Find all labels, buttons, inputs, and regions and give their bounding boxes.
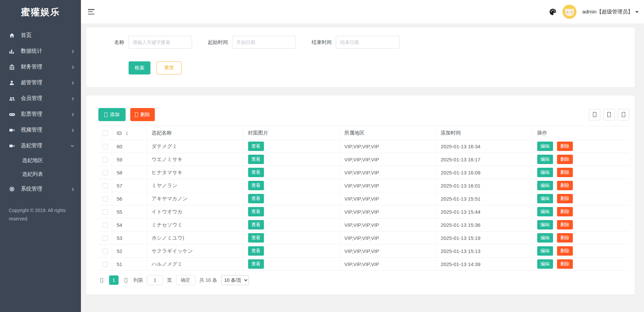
start-time-label: 起始时间 [208,39,228,46]
row-checkbox[interactable] [102,170,108,175]
sidebar-item-finance[interactable]: 财务管理 [0,59,81,75]
sidebar-item-statistics[interactable]: 数据统计 [0,43,81,59]
delete-selected-button[interactable]: 删除 [130,108,155,121]
select-all-checkbox[interactable] [102,131,108,136]
sidebar-item-members[interactable]: 会员管理 [0,91,81,106]
view-button[interactable]: 查看 [248,194,264,203]
edit-button[interactable]: 编辑 [537,194,553,203]
view-button[interactable]: 查看 [248,168,264,177]
goto-page-input[interactable] [147,275,163,285]
sort-icon[interactable] [126,132,128,136]
edit-button[interactable]: 编辑 [537,233,553,243]
edit-button[interactable]: 编辑 [537,207,553,216]
cell-name: イトウオウカ [147,205,243,218]
start-date-input[interactable] [232,36,296,49]
search-actions: 检索 重置 [129,61,625,74]
row-checkbox[interactable] [102,249,108,254]
placeholder-glyph-icon [125,278,127,282]
view-button[interactable]: 查看 [248,220,264,229]
edit-button[interactable]: 编辑 [537,142,553,151]
delete-button[interactable]: 删除 [557,142,573,151]
row-checkbox[interactable] [102,157,108,162]
edit-button[interactable]: 编辑 [537,259,553,269]
delete-button[interactable]: 删除 [557,220,573,229]
sidebar-item-concubine[interactable]: 选妃管理 [0,138,81,154]
row-checkbox[interactable] [102,209,108,215]
edit-button[interactable]: 编辑 [537,246,553,256]
table-tool-button-3[interactable] [618,109,629,120]
cell-id: 60 [112,140,147,153]
table-row: 54 ミナセソウミ 查看 VIP,VIP,VIP,VIP 2025-01-13 … [98,218,629,231]
page-size-select[interactable]: 10 条/页 [221,275,249,285]
add-button[interactable]: 添加 [98,108,126,121]
delete-button[interactable]: 删除 [557,168,573,177]
user-icon [9,80,16,86]
avatar[interactable] [562,5,577,19]
page-1-button[interactable]: 1 [109,275,119,285]
main-area: admin【超级管理员】 名称 起始时间 [81,0,644,312]
row-checkbox[interactable] [102,236,108,241]
topbar-right: admin【超级管理员】 [549,5,639,19]
cell-time: 2025-01-13 16:01 [436,179,532,192]
name-input[interactable] [128,36,192,49]
delete-button[interactable]: 删除 [557,207,573,216]
table-row: 56 アキヤマカノン 查看 VIP,VIP,VIP,VIP 2025-01-13… [98,192,629,205]
delete-button[interactable]: 删除 [557,155,573,164]
end-date-input[interactable] [336,36,400,49]
delete-button[interactable]: 删除 [557,194,573,203]
edit-button[interactable]: 编辑 [537,168,553,177]
goto-label: 到第 [133,277,143,283]
menu-toggle-icon[interactable] [88,9,95,14]
delete-button[interactable]: 删除 [557,181,573,190]
delete-button[interactable]: 删除 [557,233,573,243]
search-button[interactable]: 检索 [129,61,150,74]
reset-button[interactable]: 重置 [156,61,182,74]
table-tool-button-1[interactable] [589,109,600,120]
delete-button[interactable]: 删除 [557,246,573,256]
table-row: 58 ヒナタマサキ 查看 VIP,VIP,VIP,VIP 2025-01-13 … [98,166,629,179]
view-button[interactable]: 查看 [248,207,264,216]
cell-id: 54 [112,218,147,231]
delete-button[interactable]: 删除 [557,259,573,269]
sidebar-item-lottery[interactable]: 彩票管理 [0,106,81,122]
cell-time: 2025-01-13 16:17 [436,153,532,166]
cell-name: ダテメグミ [147,140,243,153]
view-button[interactable]: 查看 [248,155,264,164]
view-button[interactable]: 查看 [248,259,264,269]
row-checkbox[interactable] [102,262,108,267]
table-toolbar: 添加 删除 [98,108,629,121]
edit-button[interactable]: 编辑 [537,155,553,164]
sidebar-item-system[interactable]: 系统管理 [0,181,81,197]
table-row: 55 イトウオウカ 查看 VIP,VIP,VIP,VIP 2025-01-13 … [98,205,629,218]
view-button[interactable]: 查看 [248,142,264,151]
sidebar-item-superadmin[interactable]: 超管管理 [0,75,81,91]
content: 名称 起始时间 结束时间 检索 重置 [81,23,644,312]
view-button[interactable]: 查看 [248,181,264,190]
sidebar-item-concubine-list[interactable]: 选妃列表 [0,167,81,181]
edit-button[interactable]: 编辑 [537,220,553,229]
home-icon [9,33,16,38]
chevron-right-icon [71,188,74,191]
row-checkbox[interactable] [102,144,108,149]
user-menu[interactable]: admin【超级管理员】 [582,8,639,15]
column-header-region: 所属地区 [339,126,436,140]
view-button[interactable]: 查看 [248,246,264,256]
cell-name: アキヤマカノン [147,192,243,205]
confirm-page-button[interactable]: 确定 [176,275,195,285]
next-page-button[interactable] [123,275,129,285]
edit-button[interactable]: 编辑 [537,181,553,190]
table-tool-button-2[interactable] [603,109,615,120]
palette-icon[interactable] [549,8,557,16]
cell-name: ハルノメグミ [147,258,243,271]
row-checkbox[interactable] [102,183,108,189]
sidebar-item-home[interactable]: 首页 [0,28,81,43]
row-checkbox[interactable] [102,196,108,202]
sidebar-item-videos[interactable]: 视频管理 [0,122,81,138]
cell-time: 2025-01-13 16:09 [436,166,532,179]
sidebar-item-concubine-region[interactable]: 选妃地区 [0,154,81,167]
row-checkbox[interactable] [102,222,108,228]
view-button[interactable]: 查看 [248,233,264,243]
cell-name: ミヤノラン [147,179,243,192]
table-panel: 添加 删除 [86,96,635,295]
prev-page-button[interactable] [98,275,105,285]
